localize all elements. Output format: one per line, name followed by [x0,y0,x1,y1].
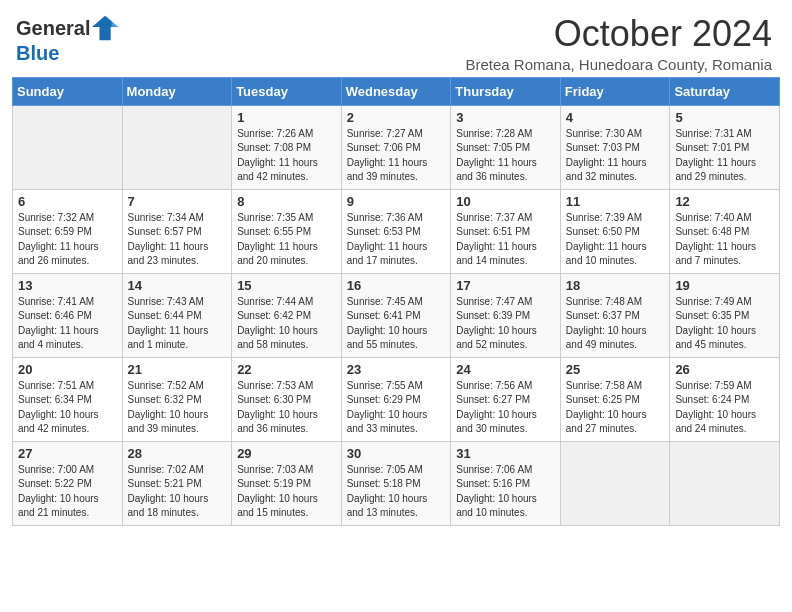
day-cell [670,441,780,525]
day-info: Sunrise: 7:37 AM Sunset: 6:51 PM Dayligh… [456,211,555,269]
day-cell: 5Sunrise: 7:31 AM Sunset: 7:01 PM Daylig… [670,105,780,189]
day-info: Sunrise: 7:02 AM Sunset: 5:21 PM Dayligh… [128,463,227,521]
day-number: 8 [237,194,336,209]
day-cell: 14Sunrise: 7:43 AM Sunset: 6:44 PM Dayli… [122,273,232,357]
day-cell: 24Sunrise: 7:56 AM Sunset: 6:27 PM Dayli… [451,357,561,441]
day-cell [13,105,123,189]
header-day-wednesday: Wednesday [341,77,451,105]
day-number: 24 [456,362,555,377]
day-cell: 19Sunrise: 7:49 AM Sunset: 6:35 PM Dayli… [670,273,780,357]
day-cell: 22Sunrise: 7:53 AM Sunset: 6:30 PM Dayli… [232,357,342,441]
day-cell: 18Sunrise: 7:48 AM Sunset: 6:37 PM Dayli… [560,273,670,357]
svg-marker-0 [92,16,118,40]
day-number: 22 [237,362,336,377]
day-info: Sunrise: 7:56 AM Sunset: 6:27 PM Dayligh… [456,379,555,437]
logo-icon [92,14,120,42]
day-info: Sunrise: 7:31 AM Sunset: 7:01 PM Dayligh… [675,127,774,185]
day-cell: 16Sunrise: 7:45 AM Sunset: 6:41 PM Dayli… [341,273,451,357]
day-info: Sunrise: 7:40 AM Sunset: 6:48 PM Dayligh… [675,211,774,269]
day-cell: 6Sunrise: 7:32 AM Sunset: 6:59 PM Daylig… [13,189,123,273]
day-number: 7 [128,194,227,209]
calendar-table: SundayMondayTuesdayWednesdayThursdayFrid… [12,77,780,526]
day-number: 10 [456,194,555,209]
day-info: Sunrise: 7:05 AM Sunset: 5:18 PM Dayligh… [347,463,446,521]
day-cell: 21Sunrise: 7:52 AM Sunset: 6:32 PM Dayli… [122,357,232,441]
day-cell: 17Sunrise: 7:47 AM Sunset: 6:39 PM Dayli… [451,273,561,357]
day-info: Sunrise: 7:55 AM Sunset: 6:29 PM Dayligh… [347,379,446,437]
day-info: Sunrise: 7:48 AM Sunset: 6:37 PM Dayligh… [566,295,665,353]
day-cell: 7Sunrise: 7:34 AM Sunset: 6:57 PM Daylig… [122,189,232,273]
day-info: Sunrise: 7:00 AM Sunset: 5:22 PM Dayligh… [18,463,117,521]
day-info: Sunrise: 7:36 AM Sunset: 6:53 PM Dayligh… [347,211,446,269]
day-number: 28 [128,446,227,461]
header-day-monday: Monday [122,77,232,105]
header-row: SundayMondayTuesdayWednesdayThursdayFrid… [13,77,780,105]
day-number: 6 [18,194,117,209]
day-cell [122,105,232,189]
day-info: Sunrise: 7:45 AM Sunset: 6:41 PM Dayligh… [347,295,446,353]
day-number: 13 [18,278,117,293]
week-row-3: 13Sunrise: 7:41 AM Sunset: 6:46 PM Dayli… [13,273,780,357]
day-number: 2 [347,110,446,125]
day-cell: 15Sunrise: 7:44 AM Sunset: 6:42 PM Dayli… [232,273,342,357]
title-area: October 2024 Bretea Romana, Hunedoara Co… [465,14,772,73]
day-cell: 8Sunrise: 7:35 AM Sunset: 6:55 PM Daylig… [232,189,342,273]
day-info: Sunrise: 7:43 AM Sunset: 6:44 PM Dayligh… [128,295,227,353]
day-number: 27 [18,446,117,461]
day-cell: 28Sunrise: 7:02 AM Sunset: 5:21 PM Dayli… [122,441,232,525]
day-cell [560,441,670,525]
header-day-thursday: Thursday [451,77,561,105]
day-number: 5 [675,110,774,125]
day-cell: 9Sunrise: 7:36 AM Sunset: 6:53 PM Daylig… [341,189,451,273]
header-day-sunday: Sunday [13,77,123,105]
day-info: Sunrise: 7:53 AM Sunset: 6:30 PM Dayligh… [237,379,336,437]
day-cell: 3Sunrise: 7:28 AM Sunset: 7:05 PM Daylig… [451,105,561,189]
day-cell: 10Sunrise: 7:37 AM Sunset: 6:51 PM Dayli… [451,189,561,273]
day-number: 15 [237,278,336,293]
day-number: 3 [456,110,555,125]
day-info: Sunrise: 7:52 AM Sunset: 6:32 PM Dayligh… [128,379,227,437]
day-cell: 31Sunrise: 7:06 AM Sunset: 5:16 PM Dayli… [451,441,561,525]
location-subtitle: Bretea Romana, Hunedoara County, Romania [465,56,772,73]
day-info: Sunrise: 7:41 AM Sunset: 6:46 PM Dayligh… [18,295,117,353]
day-number: 12 [675,194,774,209]
calendar-header: SundayMondayTuesdayWednesdayThursdayFrid… [13,77,780,105]
week-row-1: 1Sunrise: 7:26 AM Sunset: 7:08 PM Daylig… [13,105,780,189]
day-cell: 11Sunrise: 7:39 AM Sunset: 6:50 PM Dayli… [560,189,670,273]
logo-blue-text: Blue [16,42,59,64]
day-info: Sunrise: 7:39 AM Sunset: 6:50 PM Dayligh… [566,211,665,269]
day-number: 11 [566,194,665,209]
day-cell: 4Sunrise: 7:30 AM Sunset: 7:03 PM Daylig… [560,105,670,189]
day-number: 16 [347,278,446,293]
day-info: Sunrise: 7:44 AM Sunset: 6:42 PM Dayligh… [237,295,336,353]
day-cell: 2Sunrise: 7:27 AM Sunset: 7:06 PM Daylig… [341,105,451,189]
day-number: 18 [566,278,665,293]
day-number: 4 [566,110,665,125]
day-number: 20 [18,362,117,377]
day-info: Sunrise: 7:03 AM Sunset: 5:19 PM Dayligh… [237,463,336,521]
header-day-tuesday: Tuesday [232,77,342,105]
day-info: Sunrise: 7:35 AM Sunset: 6:55 PM Dayligh… [237,211,336,269]
day-info: Sunrise: 7:32 AM Sunset: 6:59 PM Dayligh… [18,211,117,269]
logo-area: General Blue [16,14,120,65]
day-number: 17 [456,278,555,293]
logo-general-text: General [16,17,90,40]
day-info: Sunrise: 7:27 AM Sunset: 7:06 PM Dayligh… [347,127,446,185]
calendar-body: 1Sunrise: 7:26 AM Sunset: 7:08 PM Daylig… [13,105,780,525]
day-number: 1 [237,110,336,125]
page-header: General Blue October 2024 Bretea Romana,… [0,0,792,77]
day-number: 25 [566,362,665,377]
day-cell: 12Sunrise: 7:40 AM Sunset: 6:48 PM Dayli… [670,189,780,273]
day-number: 19 [675,278,774,293]
day-cell: 1Sunrise: 7:26 AM Sunset: 7:08 PM Daylig… [232,105,342,189]
header-day-saturday: Saturday [670,77,780,105]
week-row-4: 20Sunrise: 7:51 AM Sunset: 6:34 PM Dayli… [13,357,780,441]
day-cell: 25Sunrise: 7:58 AM Sunset: 6:25 PM Dayli… [560,357,670,441]
day-cell: 13Sunrise: 7:41 AM Sunset: 6:46 PM Dayli… [13,273,123,357]
month-title: October 2024 [465,14,772,54]
day-info: Sunrise: 7:30 AM Sunset: 7:03 PM Dayligh… [566,127,665,185]
day-cell: 27Sunrise: 7:00 AM Sunset: 5:22 PM Dayli… [13,441,123,525]
day-info: Sunrise: 7:49 AM Sunset: 6:35 PM Dayligh… [675,295,774,353]
day-cell: 30Sunrise: 7:05 AM Sunset: 5:18 PM Dayli… [341,441,451,525]
day-info: Sunrise: 7:34 AM Sunset: 6:57 PM Dayligh… [128,211,227,269]
